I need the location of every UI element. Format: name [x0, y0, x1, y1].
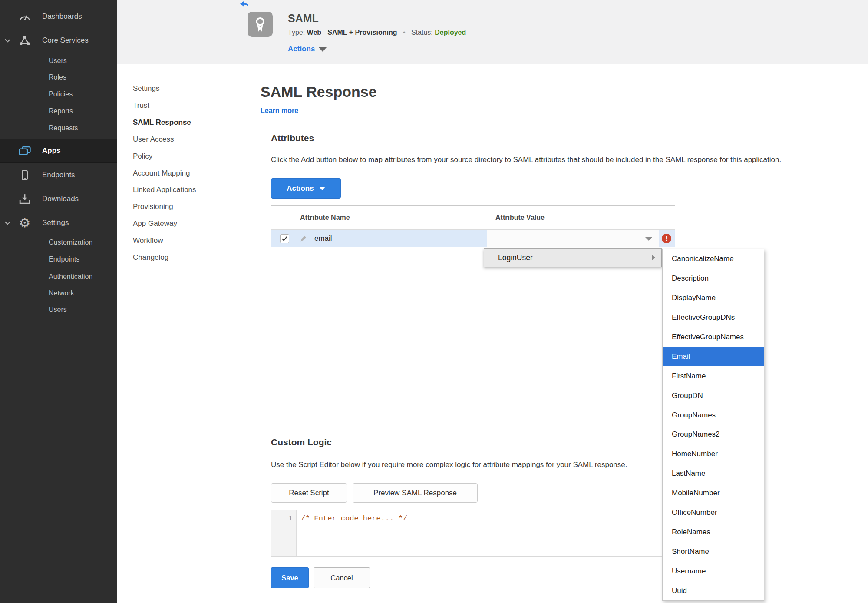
sidebar-item-roles[interactable]: Roles — [0, 71, 117, 83]
column-divider — [296, 206, 296, 229]
submenu-item-description[interactable]: Description — [663, 269, 764, 288]
sidebar-item-network[interactable]: Network — [0, 287, 117, 299]
sidebar-item-settings[interactable]: ⚙Settings — [0, 215, 117, 230]
learn-more-link[interactable]: Learn more — [261, 107, 298, 115]
submenu-item-shortname[interactable]: ShortName — [663, 542, 764, 561]
cancel-button[interactable]: Cancel — [314, 567, 370, 588]
subnav-item-provisioning[interactable]: Provisioning — [133, 200, 173, 213]
sidebar-item-label: Policies — [49, 90, 73, 98]
custom-logic-description: Use the Script Editor below if you requi… — [271, 461, 627, 469]
submenu-item-email[interactable]: Email — [663, 347, 764, 366]
editor-code-line[interactable]: /* Enter code here... */ — [301, 514, 407, 523]
sidebar-item-label: Requests — [49, 124, 78, 132]
script-editor[interactable]: 1 /* Enter code here... */ — [271, 510, 674, 557]
attribute-submenu: CanonicalizeNameDescriptionDisplayNameEf… — [662, 249, 764, 601]
header-actions-menu[interactable]: Actions — [288, 45, 327, 53]
submenu-item-groupnames[interactable]: GroupNames — [663, 405, 764, 425]
submenu-item-uuid[interactable]: Uuid — [663, 581, 764, 600]
sidebar-item-downloads[interactable]: Downloads — [0, 192, 117, 206]
sidebar-item-core-services[interactable]: Core Services — [0, 33, 117, 48]
subnav-item-linked-applications[interactable]: Linked Applications — [133, 183, 196, 196]
gear-icon: ⚙ — [17, 216, 32, 230]
sidebar-item-label: Reports — [49, 107, 73, 115]
value-menu-loginuser[interactable]: LoginUser — [484, 248, 662, 267]
menu-item-label: LoginUser — [498, 249, 533, 267]
submenu-item-lastname[interactable]: LastName — [663, 464, 764, 484]
attributes-actions-button[interactable]: Actions — [271, 178, 341, 199]
preview-saml-response-button[interactable]: Preview SAML Response — [353, 483, 478, 503]
chevron-down-icon[interactable] — [4, 38, 11, 43]
editor-gutter: 1 — [271, 510, 297, 556]
save-button[interactable]: Save — [271, 567, 309, 588]
submenu-item-officenumber[interactable]: OfficeNumber — [663, 503, 764, 523]
subnav-item-trust[interactable]: Trust — [133, 99, 149, 112]
attributes-description: Click the Add button below to map attrib… — [271, 156, 781, 164]
attributes-table: Attribute Name Attribute Value email ! — [271, 205, 675, 419]
download-icon — [17, 192, 32, 206]
subnav-item-settings[interactable]: Settings — [133, 82, 159, 95]
subnav-item-workflow[interactable]: Workflow — [133, 234, 163, 247]
sidebar-item-label: Dashboards — [42, 12, 82, 21]
submenu-item-canonicalizename[interactable]: CanonicalizeName — [663, 249, 764, 269]
sidebar-item-reports[interactable]: Reports — [0, 105, 117, 117]
status-badge: Deployed — [435, 29, 466, 36]
subnav-item-user-access[interactable]: User Access — [133, 133, 174, 146]
attribute-value-dropdown[interactable] — [487, 230, 659, 247]
sidebar-item-label: Roles — [49, 73, 66, 81]
sidebar-item-policies[interactable]: Policies — [0, 88, 117, 100]
reset-script-button[interactable]: Reset Script — [271, 483, 347, 503]
chevron-down-icon[interactable] — [4, 221, 11, 225]
sidebar-item-dashboards[interactable]: Dashboards — [0, 9, 117, 24]
sidebar-item-label: Authentication — [49, 273, 92, 281]
subnav-item-saml-response[interactable]: SAML Response — [133, 116, 191, 129]
sidebar-item-customization[interactable]: Customization — [0, 236, 117, 248]
header-actions-label: Actions — [288, 45, 315, 53]
back-arrow-icon[interactable] — [240, 1, 249, 8]
sidebar-item-label: Downloads — [42, 195, 79, 203]
sidebar-item-label: Users — [49, 306, 67, 314]
submenu-item-mobilenumber[interactable]: MobileNumber — [663, 484, 764, 503]
custom-logic-heading: Custom Logic — [271, 437, 332, 447]
submenu-item-firstname[interactable]: FirstName — [663, 366, 764, 386]
type-label: Type: — [288, 29, 305, 36]
sidebar-item-users[interactable]: Users — [0, 55, 117, 67]
sidebar-item-label: Customization — [49, 239, 92, 246]
sidebar-item-users[interactable]: Users — [0, 304, 117, 316]
page-title: SAML — [288, 12, 319, 25]
app-header: SAML Type: Web - SAML + Provisioning • S… — [117, 0, 868, 64]
app-logo-ribbon-icon — [248, 12, 273, 37]
submenu-item-rolenames[interactable]: RoleNames — [663, 522, 764, 542]
subnav-item-policy[interactable]: Policy — [133, 150, 152, 163]
sidebar-item-label: Endpoints — [42, 171, 75, 179]
edit-pencil-icon[interactable] — [299, 234, 308, 243]
column-divider — [487, 206, 487, 229]
submenu-item-groupdn[interactable]: GroupDN — [663, 386, 764, 405]
sidebar-item-authentication[interactable]: Authentication — [0, 271, 117, 283]
submenu-item-effectivegroupnames[interactable]: EffectiveGroupNames — [663, 328, 764, 347]
subnav-item-changelog[interactable]: Changelog — [133, 251, 168, 264]
submenu-item-groupnames2[interactable]: GroupNames2 — [663, 425, 764, 444]
subnav-item-app-gateway[interactable]: App Gateway — [133, 217, 177, 230]
submenu-item-homenumber[interactable]: HomeNumber — [663, 444, 764, 464]
row-checkbox[interactable] — [280, 234, 289, 243]
endpoint-icon — [17, 168, 32, 182]
status-label: Status: — [411, 29, 433, 36]
apps-icon — [17, 144, 32, 158]
app-meta: Type: Web - SAML + Provisioning • Status… — [288, 29, 466, 36]
sidebar-item-label: Endpoints — [49, 255, 79, 263]
sidebar-item-endpoints[interactable]: Endpoints — [0, 168, 117, 182]
submenu-item-username[interactable]: Username — [663, 561, 764, 581]
selection-tick — [290, 232, 290, 245]
submenu-item-effectivegroupdns[interactable]: EffectiveGroupDNs — [663, 308, 764, 328]
gauge-icon — [17, 10, 32, 23]
sidebar-item-requests[interactable]: Requests — [0, 122, 117, 134]
submenu-item-displayname[interactable]: DisplayName — [663, 288, 764, 308]
sidebar-item-label: Network — [49, 289, 74, 297]
sidebar-item-endpoints[interactable]: Endpoints — [0, 253, 117, 265]
subnav-item-account-mapping[interactable]: Account Mapping — [133, 167, 190, 180]
actions-button-label: Actions — [287, 184, 314, 193]
sidebar-item-apps[interactable]: Apps — [0, 139, 117, 163]
nav-content-divider — [238, 81, 238, 557]
sidebar-item-label: Core Services — [42, 36, 89, 45]
table-row[interactable]: email ! — [271, 230, 675, 247]
